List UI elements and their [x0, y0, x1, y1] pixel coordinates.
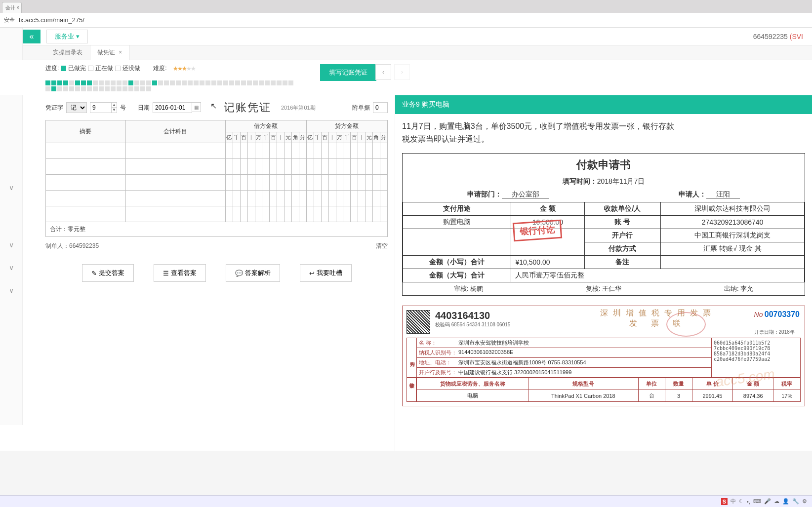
attach-label: 附单据	[352, 104, 370, 112]
invoice-item-row: 电脑ThinkPad X1 Carbon 2018台32991.458974.3…	[417, 390, 801, 402]
view-answer-button[interactable]: ☰查看答案	[154, 264, 206, 282]
table-row[interactable]	[46, 159, 388, 175]
address-bar: 安全 lx.acc5.com/main_275/	[0, 13, 812, 28]
url-text[interactable]: lx.acc5.com/main_275/	[19, 16, 84, 24]
os-taskbar: S 中 ☾ •, ⌨ 🎤 ☁ 👤 🔧 ⚙	[0, 495, 812, 507]
user-level: (SVI	[790, 33, 803, 40]
payform-title: 付款申请书	[403, 154, 805, 176]
tab-title: 会计	[5, 4, 15, 11]
cashier: 出纳: 李允	[724, 284, 753, 293]
chat-icon: 💬	[235, 270, 243, 277]
maker-info: 制单人：664592235	[45, 242, 99, 250]
col-debit: 借方金额	[225, 120, 306, 132]
voucher-number-input[interactable]	[90, 102, 112, 113]
table-row[interactable]	[46, 143, 388, 159]
cursor-icon: ↖	[210, 101, 217, 111]
keyboard-icon[interactable]: ⌨	[753, 498, 761, 505]
submit-answer-button[interactable]: ✎提交答案	[82, 264, 134, 282]
reviewer: 复核: 王仁华	[586, 284, 621, 293]
col-subject: 会计科目	[125, 120, 225, 143]
progress-grid[interactable]	[45, 80, 297, 91]
ime-label[interactable]: 中	[731, 498, 736, 505]
table-row[interactable]	[46, 206, 388, 222]
mic-icon[interactable]: 🎤	[764, 498, 771, 505]
content-tabs: 实操目录表 做凭证 ×	[0, 45, 812, 60]
col-summary: 摘要	[46, 120, 126, 143]
doc-header: 业务9 购买电脑	[395, 95, 812, 114]
legend-progress: 进度: 已做完 正在做 还没做	[45, 64, 140, 73]
buyer-label: 购买方	[407, 338, 417, 377]
list-icon: ☰	[163, 270, 169, 277]
table-row[interactable]	[46, 191, 388, 206]
gear-icon[interactable]: ⚙	[802, 498, 807, 505]
payform-table: 支付用途 金 额 收款单位/人 深圳威尔达科技有限公司 购置电脑 10,500.…	[403, 202, 805, 282]
bank-paid-stamp: 银行付讫	[513, 220, 562, 242]
user-id: 664592235	[753, 33, 788, 40]
status-done-icon	[61, 66, 66, 71]
answer-analysis-button[interactable]: 💬答案解析	[226, 264, 280, 282]
calendar-icon[interactable]: ▦	[192, 102, 201, 112]
legend-difficulty: 难度: ★★★★★	[153, 64, 195, 73]
status-doing-icon	[88, 66, 93, 71]
tool-icon[interactable]: 🔧	[792, 498, 799, 505]
person-icon[interactable]: 👤	[782, 498, 789, 505]
browser-tab[interactable]: 会计 ×	[2, 2, 22, 13]
tax-seal-icon	[666, 312, 706, 337]
qr-code-icon	[406, 310, 430, 334]
number-spinner[interactable]: ▲▼	[112, 102, 117, 113]
punct-icon[interactable]: •,	[747, 499, 750, 505]
sidebar-collapse-button[interactable]: «	[23, 30, 41, 43]
service-label: 服务业	[55, 32, 74, 41]
service-dropdown[interactable]: 服务业 ▾	[46, 30, 88, 43]
reply-icon: ↩	[309, 270, 315, 277]
moon-icon[interactable]: ☾	[739, 498, 744, 505]
difficulty-stars-icon: ★★★★★	[173, 65, 195, 72]
spin-up-icon: ▲	[112, 103, 117, 108]
edit-icon: ✎	[91, 270, 97, 277]
clear-link[interactable]: 清空	[376, 242, 388, 250]
chevron-down-icon: ▾	[76, 33, 80, 40]
ime-icon[interactable]: S	[721, 498, 728, 505]
progress-bar: 进度: 已做完 正在做 还没做 难度: ★★★★★ 填写记账凭证 ‹ ›	[0, 60, 812, 95]
date-label: 日期	[138, 104, 150, 112]
voucher-table[interactable]: 摘要 会计科目 借方金额 贷方金额 亿 千 百 十 万 千 百 十 元 角 分	[45, 120, 388, 237]
auditor: 审核: 杨鹏	[454, 284, 483, 293]
feedback-button[interactable]: ↩我要吐槽	[300, 264, 352, 282]
voucher-period: 2016年第01期	[281, 104, 316, 112]
payment-form: 付款申请书 填写时间：2018年11月7日 申请部门：办公室部 申请人：汪阳 支…	[402, 153, 805, 296]
table-row[interactable]	[46, 175, 388, 191]
next-button[interactable]: ›	[394, 64, 410, 80]
close-icon[interactable]: ×	[119, 49, 122, 56]
col-credit: 贷方金额	[306, 120, 387, 132]
date-input[interactable]	[153, 102, 192, 113]
close-icon[interactable]: ×	[16, 5, 19, 10]
number-suffix: 号	[120, 104, 126, 112]
status-todo-icon	[115, 66, 121, 71]
security-badge: 安全	[4, 16, 15, 24]
invoice-number: No 00703370 开票日期：2018年	[754, 310, 800, 336]
spin-down-icon: ▼	[112, 108, 117, 113]
voucher-type-label: 凭证字	[45, 104, 63, 112]
cloud-icon[interactable]: ☁	[774, 498, 779, 505]
tab-catalog[interactable]: 实操目录表	[45, 45, 90, 60]
voucher-total: 合计：零元整	[46, 222, 388, 237]
attach-count-input[interactable]	[373, 102, 388, 113]
fill-voucher-button[interactable]: 填写记账凭证	[320, 64, 376, 81]
doc-description: 11月7日，购置电脑3台，单价3500元，收到了增值税专用发票一张，银行存款 税…	[395, 114, 812, 151]
side-label: 会计学堂教学	[406, 378, 416, 402]
document-panel: 业务9 购买电脑 11月7日，购置电脑3台，单价3500元，收到了增值税专用发票…	[395, 95, 812, 451]
user-badge: 664592235 (SVI	[753, 33, 803, 40]
voucher-type-select[interactable]: 记	[66, 102, 87, 113]
invoice-code: 4403164130	[435, 310, 510, 321]
invoice: acc5.com 4403164130 校验码 68564 54334 3110…	[402, 306, 805, 406]
browser-tab-strip: 会计 ×	[0, 0, 812, 13]
buyer-info: 名 称：深圳市永安驾驶技能培训学校 纳税人识别号：914403061032003…	[417, 338, 711, 377]
voucher-header: 凭证字 记 ▲▼ 号 日期 ▦ ↖ 记账凭证 2016年第01期 附单据	[45, 100, 388, 115]
voucher-title: 记账凭证	[224, 100, 271, 115]
check-code: 校验码 68564 54334 31108 06015	[435, 321, 510, 328]
voucher-panel: 凭证字 记 ▲▼ 号 日期 ▦ ↖ 记账凭证 2016年第01期 附单据	[0, 95, 395, 451]
tab-voucher[interactable]: 做凭证 ×	[90, 45, 129, 60]
app-toolbar: « 服务业 ▾ 664592235 (SVI	[0, 28, 812, 45]
prev-button[interactable]: ‹	[375, 64, 391, 80]
